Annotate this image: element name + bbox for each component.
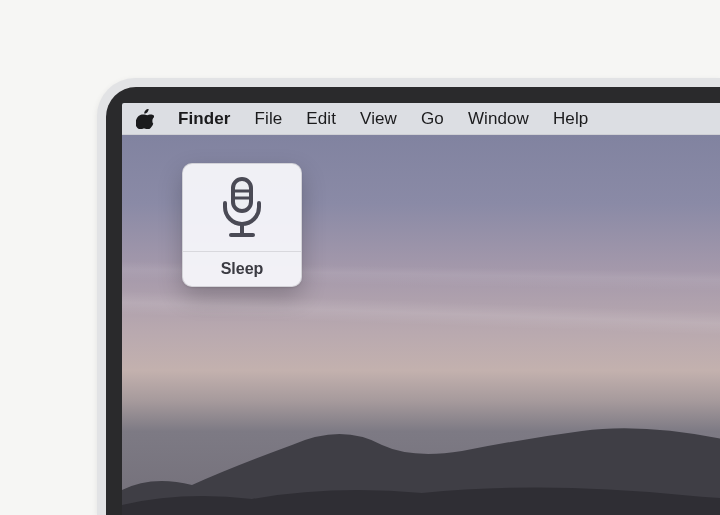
desktop-wallpaper: Sleep — [122, 135, 720, 515]
menu-window[interactable]: Window — [468, 109, 529, 129]
menu-app-name[interactable]: Finder — [178, 109, 231, 129]
menubar: Finder File Edit View Go Window Help — [122, 103, 720, 135]
menu-help[interactable]: Help — [553, 109, 588, 129]
apple-menu-icon[interactable] — [136, 109, 154, 129]
menu-go[interactable]: Go — [421, 109, 444, 129]
mountains-silhouette — [122, 375, 720, 515]
menu-view[interactable]: View — [360, 109, 397, 129]
voice-control-status: Sleep — [183, 252, 301, 286]
menu-file[interactable]: File — [255, 109, 283, 129]
microphone-icon — [219, 177, 265, 239]
svg-rect-0 — [233, 179, 251, 211]
menu-edit[interactable]: Edit — [306, 109, 336, 129]
voice-control-icon-area — [183, 164, 301, 252]
laptop-frame: Finder File Edit View Go Window Help — [97, 78, 720, 515]
laptop-bezel: Finder File Edit View Go Window Help — [106, 87, 720, 515]
screen: Finder File Edit View Go Window Help — [122, 103, 720, 515]
voice-control-panel[interactable]: Sleep — [182, 163, 302, 287]
